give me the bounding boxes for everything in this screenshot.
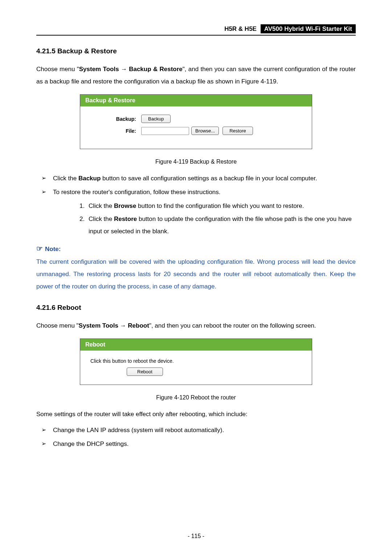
figure-caption-4-119: Figure 4-119 Backup & Restore (36, 159, 356, 165)
section-title-backup-restore: 4.21.5 Backup & Restore (36, 47, 356, 55)
restore-button[interactable]: Restore (222, 127, 253, 135)
page-number: - 115 - (0, 533, 392, 539)
text: button to save all configuration setting… (101, 175, 317, 182)
list-item: Click the Restore button to update the c… (86, 213, 356, 238)
backup-button[interactable]: Backup (141, 115, 171, 123)
menu-reboot: Reboot (128, 322, 149, 329)
header-bar: H5R & H5E AV500 Hybrid Wi-Fi Starter Kit (36, 25, 356, 36)
figure-panel: Backup & Restore Backup: Backup File: Br… (80, 94, 312, 149)
label-backup: Backup: (89, 116, 141, 122)
pointing-hand-icon: ☞ (36, 245, 43, 253)
browse-button[interactable]: Browse... (191, 127, 219, 135)
note-body: The current configuration will be covere… (36, 256, 356, 293)
reboot-button-row: Reboot (90, 368, 302, 376)
list-item: To restore the router's configuration, f… (36, 186, 356, 238)
menu-backup-restore: Backup & Restore (129, 66, 183, 73)
reboot-button[interactable]: Reboot (127, 368, 163, 376)
text: Click the (53, 175, 78, 182)
text: Click the (89, 202, 114, 209)
bullet-list-1: Click the Backup button to save all conf… (36, 172, 356, 238)
figure-reboot: Reboot Click this button to reboot the d… (80, 338, 312, 385)
menu-systemtools-2: System Tools (79, 322, 118, 329)
numbered-list: Click the Browse button to find the conf… (53, 200, 356, 238)
text: To restore the router's configuration, f… (53, 189, 221, 196)
figure-panel-title: Backup & Restore (80, 95, 312, 106)
row-backup: Backup: Backup (89, 115, 303, 123)
figure-caption-4-120: Figure 4-120 Reboot the router (36, 394, 356, 401)
arrow-icon: → (119, 66, 129, 73)
section-title-reboot: 4.21.6 Reboot (36, 304, 356, 312)
header-model: H5R & H5E (224, 25, 257, 32)
bold-backup: Backup (78, 175, 101, 182)
section2-intro: Choose menu "System Tools → Reboot", and… (36, 320, 356, 332)
bold-browse: Browse (114, 202, 136, 209)
reboot-text: Click this button to reboot the device. (90, 358, 302, 364)
file-input[interactable] (141, 127, 189, 135)
list-item: Change the DHCP settings. (36, 438, 356, 450)
text: ", and then you can reboot the router on… (149, 322, 316, 329)
list-item: Click the Backup button to save all conf… (36, 172, 356, 185)
figure-backup-restore: Backup & Restore Backup: Backup File: Br… (80, 94, 312, 149)
row-file: File: Browse... Restore (89, 127, 303, 135)
arrow-icon: → (118, 322, 128, 329)
text: Click the (89, 216, 114, 222)
section1-intro: Choose menu "System Tools → Backup & Res… (36, 63, 356, 88)
bold-restore: Restore (114, 216, 137, 222)
note-label: Note: (45, 246, 61, 253)
text: Choose menu " (36, 322, 79, 329)
figure-panel-body: Backup: Backup File: Browse... Restore (80, 106, 312, 149)
list-item: Click the Browse button to find the conf… (86, 200, 356, 212)
text: button to find the configuration file wh… (136, 202, 304, 209)
note-heading: ☞Note: (36, 244, 356, 253)
tail-intro: Some settings of the router will take ef… (36, 408, 356, 420)
list-item: Change the LAN IP address (system will r… (36, 424, 356, 436)
bullet-list-2: Change the LAN IP address (system will r… (36, 424, 356, 450)
label-file: File: (89, 128, 141, 134)
page: H5R & H5E AV500 Hybrid Wi-Fi Starter Kit… (0, 0, 392, 554)
header-product: AV500 Hybrid Wi-Fi Starter Kit (261, 24, 356, 33)
menu-systemtools: System Tools (79, 66, 119, 73)
figure-panel-body: Click this button to reboot the device. … (80, 350, 312, 385)
text: Choose menu " (36, 66, 79, 73)
figure-panel-title: Reboot (80, 339, 312, 350)
figure-panel: Reboot Click this button to reboot the d… (80, 338, 312, 385)
